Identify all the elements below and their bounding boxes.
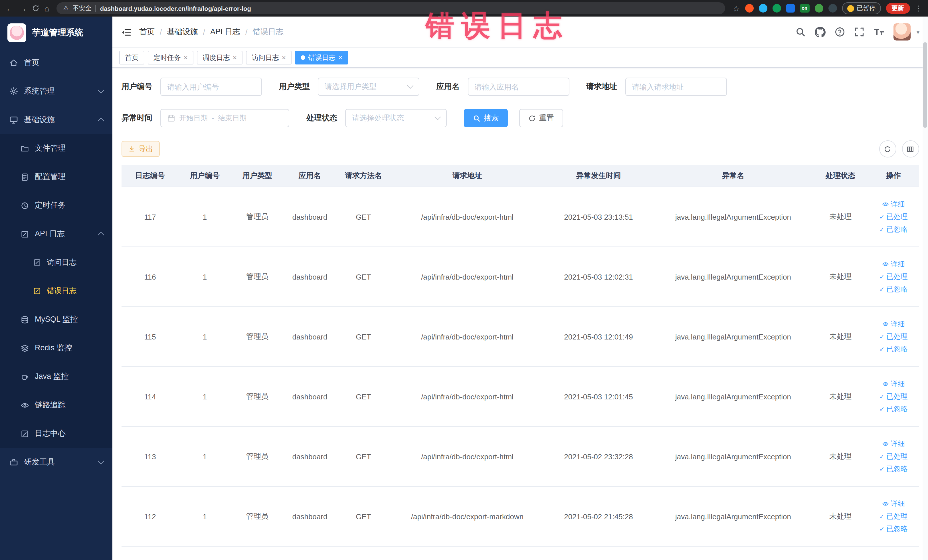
help-icon[interactable]: [835, 27, 845, 37]
detail-link[interactable]: 详细: [882, 439, 905, 449]
close-icon[interactable]: ×: [233, 53, 237, 62]
cell-app-name: dashboard: [284, 366, 336, 426]
mark-ignored-link[interactable]: ✓已忽略: [879, 524, 907, 534]
mark-ignored-link[interactable]: ✓已忽略: [879, 404, 907, 414]
font-size-icon[interactable]: [874, 27, 885, 37]
reload-icon[interactable]: [32, 5, 40, 12]
reset-button[interactable]: 重置: [519, 109, 563, 127]
tag-scheduled-jobs[interactable]: 定时任务 ×: [148, 51, 194, 64]
detail-link[interactable]: 详细: [882, 499, 905, 509]
avatar[interactable]: [894, 23, 911, 41]
detail-link[interactable]: 详细: [882, 379, 905, 389]
detail-link[interactable]: 详细: [882, 259, 905, 269]
detail-link[interactable]: 详细: [882, 319, 905, 329]
close-icon[interactable]: ×: [282, 53, 286, 62]
close-icon[interactable]: ×: [184, 53, 188, 62]
mark-processed-link[interactable]: ✓已处理: [879, 212, 907, 222]
sidebar-item-mysql-monitor[interactable]: MySQL 监控: [0, 305, 112, 334]
mark-processed-link[interactable]: ✓已处理: [879, 272, 907, 282]
breadcrumb-home[interactable]: 首页: [139, 27, 155, 37]
app-logo-row[interactable]: 芋道管理系统: [0, 17, 112, 49]
export-button[interactable]: 导出: [122, 141, 160, 157]
sidebar-item-scheduled-jobs[interactable]: 定时任务: [0, 191, 112, 220]
breadcrumb-api-log[interactable]: API 日志: [210, 27, 240, 37]
extension-icon-drop[interactable]: [759, 4, 767, 12]
extension-icon-green[interactable]: [772, 4, 781, 12]
mark-ignored-link[interactable]: ✓已忽略: [879, 224, 907, 234]
bookmark-star-icon[interactable]: ☆: [733, 4, 740, 12]
mark-ignored-link[interactable]: ✓已忽略: [879, 344, 907, 354]
cell-exception-name: java.lang.IllegalArgumentException: [653, 247, 813, 307]
sidebar-item-dev-tools[interactable]: 研发工具: [0, 448, 112, 476]
address-bar[interactable]: ⚠ 不安全 dashboard.yudao.iocoder.cn/infra/l…: [57, 2, 725, 14]
request-url-input[interactable]: [625, 78, 727, 96]
sidebar-item-redis-monitor[interactable]: Redis 监控: [0, 334, 112, 362]
sidebar-item-home[interactable]: 首页: [0, 49, 112, 77]
mark-ignored-label: 已忽略: [886, 464, 908, 474]
extension-icon-grid[interactable]: [786, 4, 795, 12]
scrollbar-thumb[interactable]: [923, 42, 927, 128]
sidebar-item-link-tracing[interactable]: 链路追踪: [0, 391, 112, 420]
sidebar-item-java-monitor[interactable]: Java 监控: [0, 362, 112, 391]
sidebar-item-error-log[interactable]: 错误日志: [0, 277, 112, 305]
sidebar-item-label: 文件管理: [35, 143, 66, 154]
detail-link[interactable]: 详细: [882, 200, 905, 209]
user-type-select[interactable]: 请选择用户类型: [318, 78, 419, 96]
browser-menu-icon[interactable]: ⋮: [915, 5, 922, 12]
extension-icon-pin[interactable]: [828, 4, 837, 12]
home-icon[interactable]: ⌂: [44, 4, 49, 12]
cell-exception-time: 2021-05-03 12:01:45: [544, 366, 653, 426]
sidebar-item-log-center[interactable]: 日志中心: [0, 420, 112, 448]
cell-method: GET: [336, 426, 391, 487]
sidebar-item-system[interactable]: 系统管理: [0, 77, 112, 105]
process-status-select[interactable]: 请选择处理状态: [345, 109, 447, 127]
sidebar-collapse-icon[interactable]: [121, 27, 131, 36]
github-icon[interactable]: [815, 26, 826, 37]
breadcrumb-current: 错误日志: [253, 27, 284, 37]
filter-user-type: 用户类型 请选择用户类型: [279, 78, 419, 96]
tag-home[interactable]: 首页: [119, 51, 144, 64]
extension-icon-on-badge[interactable]: on: [800, 4, 809, 12]
fullscreen-icon[interactable]: [855, 27, 865, 37]
tag-error-log[interactable]: 错误日志 ×: [295, 51, 348, 64]
cell-user-id: 1: [179, 426, 231, 487]
refresh-button[interactable]: [879, 140, 896, 157]
tag-access-log[interactable]: 访问日志 ×: [246, 51, 292, 64]
detail-link-label: 详细: [891, 379, 905, 389]
app-name-input[interactable]: [467, 78, 569, 96]
column-settings-button[interactable]: [902, 140, 919, 157]
paused-badge[interactable]: 已暂停: [842, 2, 881, 14]
mark-ignored-link[interactable]: ✓已忽略: [879, 464, 907, 474]
mark-ignored-link[interactable]: ✓已忽略: [879, 284, 907, 294]
search-icon[interactable]: [796, 27, 806, 37]
extension-icon-orange[interactable]: [745, 4, 753, 12]
breadcrumb-infra[interactable]: 基础设施: [167, 27, 198, 37]
mark-processed-link[interactable]: ✓已处理: [879, 452, 907, 461]
exception-time-range[interactable]: 开始日期 - 结束日期: [160, 109, 289, 127]
update-button[interactable]: 更新: [886, 3, 910, 14]
column-header-exception-time: 异常发生时间: [544, 165, 653, 187]
extension-icon-leaf[interactable]: [815, 4, 823, 12]
mark-processed-link[interactable]: ✓已处理: [879, 511, 907, 521]
back-icon[interactable]: ←: [6, 4, 14, 12]
chevron-down-icon[interactable]: ▾: [917, 29, 919, 35]
check-icon: ✓: [879, 406, 884, 412]
user-id-input[interactable]: [160, 78, 262, 96]
cell-exception-time: 2021-05-03 12:01:49: [544, 307, 653, 366]
sidebar-item-infra[interactable]: 基础设施: [0, 105, 112, 134]
mark-processed-link[interactable]: ✓已处理: [879, 332, 907, 342]
sidebar-item-config-manage[interactable]: 配置管理: [0, 163, 112, 191]
forward-icon[interactable]: →: [19, 4, 27, 12]
sidebar-item-access-log[interactable]: 访问日志: [0, 248, 112, 277]
tag-schedule-log[interactable]: 调度日志 ×: [197, 51, 243, 64]
edit-log-icon: [33, 287, 41, 295]
search-button[interactable]: 搜索: [464, 109, 508, 127]
mark-processed-link[interactable]: ✓已处理: [879, 392, 907, 401]
cell-status: 未处理: [813, 426, 868, 487]
filter-app-name: 应用名: [437, 78, 569, 96]
sidebar-item-api-log[interactable]: API 日志: [0, 220, 112, 248]
cell-request-url: /api/infra/db-doc/export-html: [391, 247, 544, 307]
sidebar-item-file-manage[interactable]: 文件管理: [0, 134, 112, 163]
browser-chrome: ← → ⌂ ⚠ 不安全 dashboard.yudao.iocoder.cn/i…: [0, 0, 928, 17]
close-icon[interactable]: ×: [338, 53, 342, 62]
